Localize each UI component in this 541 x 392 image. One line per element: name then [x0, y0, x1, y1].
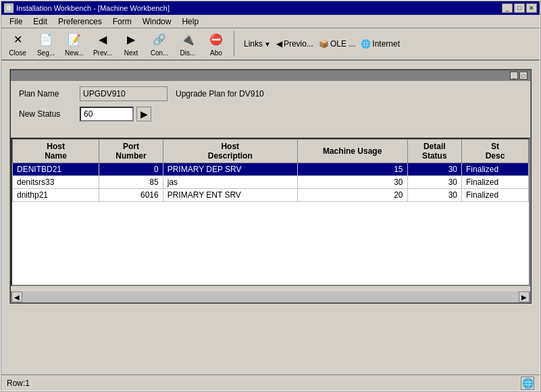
cell-machine_usage: 30 [297, 176, 407, 189]
menu-window[interactable]: Window [137, 16, 177, 28]
cell-host_name: dnithp21 [13, 189, 99, 202]
prev-button[interactable]: ◀ Prev... [89, 30, 116, 58]
row-status-text: Row:1 [7, 379, 30, 388]
title-bar-left: ⚙ Installation Workbench - [Machine Work… [4, 3, 170, 13]
title-bar-text: Installation Workbench - [Machine Workbe… [16, 4, 170, 12]
menu-help[interactable]: Help [176, 16, 204, 28]
abo-icon: ⛔ [208, 32, 224, 48]
cell-host_name: DENITBD21 [13, 163, 99, 176]
inner-title-bar: _ □ [11, 70, 530, 81]
toolbar: ✕ Close 📄 Seg... 📝 New... ◀ Prev... ▶ Ne… [1, 28, 540, 61]
col-host-description: HostDescription [163, 140, 297, 163]
cell-st_desc: Finalized [462, 163, 529, 176]
title-bar: ⚙ Installation Workbench - [Machine Work… [1, 1, 540, 15]
con-icon: 🔗 [151, 32, 168, 48]
links-button[interactable]: Links ▼ [244, 39, 271, 49]
ole-button[interactable]: 📦 OLE ... [319, 39, 355, 49]
close-toolbar-icon: ✕ [9, 32, 26, 48]
cell-detail_status: 30 [407, 163, 462, 176]
toolbar-right: Links ▼ ◀ Previo... 📦 OLE ... 🌐 Internet [244, 39, 400, 49]
new-icon: 📝 [66, 32, 82, 48]
abo-button[interactable]: ⛔ Abo [203, 30, 230, 58]
cell-port_number: 0 [99, 163, 163, 176]
plan-name-description: Upgrade Plan for DV910 [176, 89, 264, 99]
cell-st_desc: Finalized [462, 189, 529, 202]
app-icon: ⚙ [4, 3, 14, 13]
scroll-right-button[interactable]: ▶ [519, 291, 530, 302]
col-port-number: PortNumber [99, 140, 163, 163]
inner-maximize-button[interactable]: □ [519, 72, 527, 80]
cell-detail_status: 30 [407, 176, 462, 189]
page-wrapper: ⚙ Installation Workbench - [Machine Work… [0, 0, 541, 392]
cell-port_number: 6016 [99, 189, 163, 202]
inner-title-controls: _ □ [510, 72, 527, 80]
inner-window: _ □ Plan Name Upgrade Plan for DV910 New… [9, 69, 532, 304]
status-bar: Row:1 🌐 [1, 374, 540, 391]
scroll-track[interactable] [22, 291, 519, 302]
col-host-name: HostName [13, 140, 99, 163]
menu-form[interactable]: Form [107, 16, 137, 28]
seg-button[interactable]: 📄 Seg... [32, 30, 59, 58]
menu-bar: File Edit Preferences Form Window Help [1, 15, 540, 28]
outer-window: ⚙ Installation Workbench - [Machine Work… [0, 0, 541, 392]
cell-machine_usage: 15 [297, 163, 407, 176]
new-status-row: New Status ▶ [19, 107, 522, 121]
status-icon: 🌐 [521, 376, 534, 390]
previo-button[interactable]: ◀ Previo... [276, 39, 313, 49]
table-row[interactable]: dnithp216016PRIMARY ENT SRV2030Finalized [13, 189, 529, 202]
next-icon: ▶ [123, 32, 139, 48]
minimize-button[interactable]: _ [502, 3, 513, 13]
col-machine-usage: Machine Usage [297, 140, 407, 163]
new-status-label: New Status [19, 109, 80, 119]
title-bar-controls: _ □ ✕ [502, 3, 537, 13]
plan-name-row: Plan Name Upgrade Plan for DV910 [19, 86, 522, 101]
horizontal-scrollbar[interactable]: ◀ ▶ [11, 291, 530, 302]
col-st-desc: StDesc [462, 140, 529, 163]
internet-button[interactable]: 🌐 Internet [361, 39, 400, 49]
table-container[interactable]: HostName PortNumber HostDescription Mach… [11, 138, 530, 286]
scroll-left-button[interactable]: ◀ [11, 291, 22, 302]
cell-host_name: denitsrs33 [13, 176, 99, 189]
menu-edit[interactable]: Edit [28, 16, 53, 28]
machine-table: HostName PortNumber HostDescription Mach… [12, 139, 529, 202]
cell-port_number: 85 [99, 176, 163, 189]
con-button[interactable]: 🔗 Con... [146, 30, 173, 58]
cell-st_desc: Finalized [462, 176, 529, 189]
plan-name-input[interactable] [80, 86, 168, 101]
links-dropdown-arrow: ▼ [264, 40, 271, 48]
menu-preferences[interactable]: Preferences [53, 16, 107, 28]
cell-host_description: PRIMARY ENT SRV [163, 189, 297, 202]
status-input-group: ▶ [80, 107, 151, 121]
maximize-button[interactable]: □ [514, 3, 525, 13]
close-button[interactable]: ✕ [526, 3, 537, 13]
previo-icon: ◀ [276, 39, 282, 49]
close-toolbar-button[interactable]: ✕ Close [4, 30, 31, 58]
dis-button[interactable]: 🔌 Dis... [174, 30, 201, 58]
toolbar-separator [234, 31, 234, 57]
prev-icon: ◀ [95, 32, 111, 48]
cell-machine_usage: 20 [297, 189, 407, 202]
ole-icon: 📦 [319, 39, 329, 49]
cell-host_description: jas [163, 176, 297, 189]
table-row[interactable]: denitsrs3385jas3030Finalized [13, 176, 529, 189]
new-status-input[interactable] [80, 107, 134, 121]
main-content: _ □ Plan Name Upgrade Plan for DV910 New… [1, 61, 540, 377]
table-row[interactable]: DENITBD210PRIMARY DEP SRV1530Finalized [13, 163, 529, 176]
seg-icon: 📄 [38, 32, 54, 48]
form-section: Plan Name Upgrade Plan for DV910 New Sta… [11, 81, 530, 132]
internet-icon: 🌐 [361, 39, 371, 49]
table-header-row: HostName PortNumber HostDescription Mach… [13, 140, 529, 163]
browse-button[interactable]: ▶ [136, 107, 151, 121]
cell-detail_status: 30 [407, 189, 462, 202]
plan-name-label: Plan Name [19, 89, 80, 99]
cell-host_description: PRIMARY DEP SRV [163, 163, 297, 176]
inner-minimize-button[interactable]: _ [510, 72, 518, 80]
new-button[interactable]: 📝 New... [61, 30, 88, 58]
browse-icon: ▶ [140, 109, 148, 119]
col-detail-status: DetailStatus [407, 140, 462, 163]
dis-icon: 🔌 [180, 32, 196, 48]
table-body: DENITBD210PRIMARY DEP SRV1530Finalizedde… [13, 163, 529, 202]
next-button[interactable]: ▶ Next [118, 30, 145, 58]
menu-file[interactable]: File [4, 16, 28, 28]
